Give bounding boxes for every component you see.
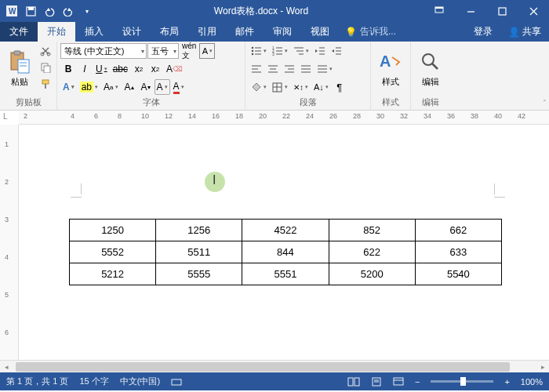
char-border-icon[interactable]: A (199, 43, 215, 59)
undo-icon[interactable] (41, 2, 58, 20)
strike-icon[interactable]: abc (111, 61, 130, 77)
table-cell[interactable]: 5551 (242, 263, 329, 285)
copy-icon[interactable] (38, 60, 53, 75)
tab-view[interactable]: 视图 (301, 22, 339, 42)
signin-button[interactable]: 登录 (466, 22, 500, 42)
tellme-search[interactable]: 💡告诉我... (339, 22, 402, 42)
table-cell[interactable]: 5540 (415, 263, 501, 285)
table-row[interactable]: 125012564522852662 (70, 220, 502, 241)
view-read-icon[interactable] (347, 377, 360, 387)
collapse-ribbon-icon[interactable]: ˆ (544, 100, 546, 108)
enclose-char-icon[interactable]: A (155, 79, 170, 95)
zoom-slider[interactable] (431, 380, 493, 383)
sort-icon[interactable]: A↓ (311, 79, 331, 95)
numbering-icon[interactable]: 123 (270, 43, 290, 59)
scroll-thumb[interactable] (16, 362, 510, 372)
tab-home[interactable]: 开始 (38, 22, 75, 42)
bullets-icon[interactable] (249, 43, 269, 59)
redo-icon[interactable] (60, 2, 77, 20)
page-viewport[interactable]: I 12501256452285266255525511844622633521… (19, 125, 549, 360)
zoom-thumb[interactable] (460, 377, 466, 386)
table-cell[interactable]: 5552 (70, 241, 156, 263)
format-painter-icon[interactable] (38, 76, 53, 92)
tab-insert[interactable]: 插入 (75, 22, 113, 42)
view-web-icon[interactable] (393, 377, 404, 387)
page[interactable]: I 12501256452285266255525511844622633521… (19, 125, 549, 360)
underline-icon[interactable]: U (93, 61, 110, 77)
qat-customize-icon[interactable]: ▾ (78, 2, 96, 20)
table-cell[interactable]: 5511 (156, 241, 242, 263)
clear-format-icon[interactable]: A⌫ (164, 61, 185, 77)
save-icon[interactable] (22, 2, 39, 20)
cut-icon[interactable] (38, 43, 53, 59)
view-print-icon[interactable] (371, 377, 382, 387)
subscript-icon[interactable]: x2 (131, 61, 147, 77)
bold-icon[interactable]: B (60, 61, 76, 77)
table-cell[interactable]: 662 (415, 220, 501, 241)
table-row[interactable]: 52125555555152005540 (70, 263, 502, 285)
horizontal-scrollbar[interactable]: ◂ ▸ (0, 360, 549, 372)
indent-inc-icon[interactable] (329, 43, 344, 59)
status-page[interactable]: 第 1 页，共 1 页 (6, 376, 68, 387)
table-cell[interactable]: 633 (415, 241, 501, 263)
show-marks-icon[interactable]: ¶ (332, 79, 347, 95)
tab-references[interactable]: 引用 (188, 22, 226, 42)
zoom-out-icon[interactable]: − (415, 377, 420, 387)
table-cell[interactable]: 5200 (329, 263, 415, 285)
font-color-icon[interactable]: A (171, 79, 187, 95)
editing-button[interactable]: 编辑 (414, 43, 447, 93)
borders-icon[interactable] (270, 79, 290, 95)
align-center-icon[interactable] (265, 61, 281, 77)
tab-stop-indicator[interactable]: L (3, 112, 14, 121)
table-cell[interactable]: 622 (329, 241, 415, 263)
data-table[interactable]: 1250125645228526625552551184462263352125… (69, 219, 502, 285)
table-cell[interactable]: 852 (329, 220, 415, 241)
table-cell[interactable]: 1256 (156, 220, 242, 241)
table-cell[interactable]: 1250 (70, 220, 156, 241)
vertical-ruler[interactable]: 123456 (0, 125, 19, 360)
tab-file[interactable]: 文件 (0, 22, 38, 42)
scroll-left-icon[interactable]: ◂ (0, 361, 13, 373)
justify-icon[interactable] (298, 61, 314, 77)
multilevel-icon[interactable] (291, 43, 311, 59)
horizontal-ruler[interactable]: 24681012141618202224262830323436384042 (19, 111, 549, 125)
scroll-right-icon[interactable]: ▸ (536, 361, 549, 373)
minimize-icon[interactable] (455, 0, 486, 22)
table-cell[interactable]: 4522 (242, 220, 329, 241)
table-cell[interactable]: 5555 (156, 263, 242, 285)
asian-layout-icon[interactable]: ✕↕ (291, 79, 311, 95)
table-cell[interactable]: 5212 (70, 263, 156, 285)
maximize-icon[interactable] (486, 0, 518, 22)
share-button[interactable]: 👤共享 (500, 22, 549, 42)
tab-design[interactable]: 设计 (113, 22, 151, 42)
status-words[interactable]: 15 个字 (79, 376, 108, 387)
styles-button[interactable]: A 样式 (374, 43, 407, 93)
ribbon-opts-icon[interactable] (424, 0, 455, 22)
tab-layout[interactable]: 布局 (151, 22, 188, 42)
indent-dec-icon[interactable] (312, 43, 328, 59)
word-icon[interactable]: W (3, 2, 20, 20)
grow-font-icon[interactable]: A▴ (122, 79, 137, 95)
char-shading-icon[interactable]: Aa (101, 79, 120, 95)
tab-mailings[interactable]: 邮件 (226, 22, 264, 42)
font-size-input[interactable]: 五号 (147, 43, 179, 59)
close-icon[interactable] (518, 0, 549, 22)
font-name-input[interactable]: 等线 (中文正文) (60, 43, 147, 59)
zoom-level[interactable]: 100% (521, 377, 543, 387)
shrink-font-icon[interactable]: A▾ (138, 79, 154, 95)
text-effects-icon[interactable]: A (60, 79, 77, 95)
table-row[interactable]: 55525511844622633 (70, 241, 502, 263)
phonetic-guide-icon[interactable]: wén文 (180, 43, 198, 59)
highlight-icon[interactable]: ab (78, 79, 100, 95)
align-left-icon[interactable] (249, 61, 264, 77)
status-lang[interactable]: 中文(中国) (120, 376, 160, 387)
paste-button[interactable]: 粘贴 (3, 43, 36, 93)
align-right-icon[interactable] (282, 61, 297, 77)
status-insert-icon[interactable] (171, 377, 182, 387)
table-cell[interactable]: 844 (242, 241, 329, 263)
italic-icon[interactable]: I (77, 61, 93, 77)
zoom-in-icon[interactable]: + (504, 377, 509, 387)
superscript-icon[interactable]: x2 (147, 61, 163, 77)
tab-review[interactable]: 审阅 (264, 22, 301, 42)
shading-icon[interactable] (249, 79, 269, 95)
